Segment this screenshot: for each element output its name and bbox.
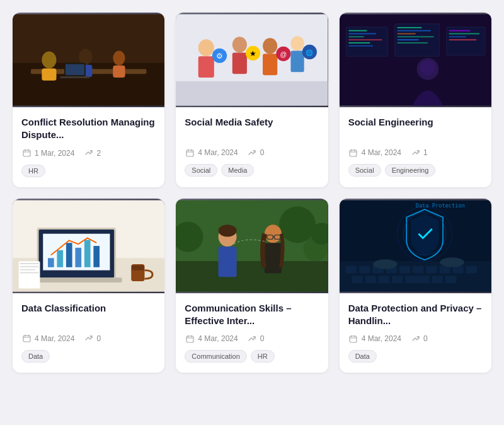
svg-rect-76	[66, 243, 72, 267]
card-tags-6: Data	[348, 350, 483, 363]
svg-rect-24	[232, 52, 247, 74]
tag: HR	[251, 350, 275, 363]
tag: Social	[348, 164, 381, 177]
card-date-5: 4 Mar, 2024	[185, 334, 238, 344]
svg-rect-88	[23, 335, 30, 342]
card-3[interactable]: Social Engineering 4 Mar, 2024 1 SocialE…	[340, 13, 491, 187]
svg-rect-65	[350, 150, 357, 156]
svg-rect-136	[350, 336, 357, 342]
svg-rect-77	[75, 247, 81, 267]
svg-rect-86	[20, 269, 35, 270]
card-date-3: 4 Mar, 2024	[348, 148, 401, 158]
card-date-6: 4 Mar, 2024	[348, 334, 401, 344]
calendar-icon	[21, 148, 32, 158]
trend-icon	[410, 148, 420, 158]
tag: Engineering	[385, 164, 436, 177]
card-body-2: Social Media Safety 4 Mar, 2024 0 Social…	[176, 107, 328, 187]
trend-value: 0	[96, 334, 101, 343]
card-trend-6: 0	[410, 334, 428, 344]
svg-rect-64	[340, 15, 491, 106]
trend-icon	[410, 334, 420, 344]
card-meta-5: 4 Mar, 2024 0	[185, 334, 319, 344]
card-6[interactable]: Data Protection Data Protection and Priv…	[340, 199, 491, 373]
card-title-4: Data Classification	[21, 302, 156, 327]
card-trend-4: 0	[83, 334, 101, 344]
card-date-2: 4 Mar, 2024	[185, 148, 238, 158]
svg-rect-74	[48, 258, 54, 267]
tag: Social	[185, 164, 217, 177]
date-text: 1 Mar, 2024	[35, 149, 74, 158]
trend-value: 2	[96, 149, 101, 158]
card-body-5: Communication Skills – Effective Inter..…	[176, 293, 328, 373]
svg-rect-106	[176, 200, 328, 291]
card-grid: Conflict Resolution Managing Dispute... …	[13, 13, 491, 373]
card-image-5	[176, 199, 328, 293]
card-date-4: 4 Mar, 2024	[21, 334, 74, 344]
svg-text:🌐: 🌐	[306, 49, 314, 57]
svg-rect-28	[263, 54, 277, 75]
card-tags-5: CommunicationHR	[185, 350, 319, 363]
svg-point-27	[263, 38, 277, 54]
card-image-6: Data Protection	[340, 199, 491, 293]
card-trend-5: 0	[247, 334, 265, 344]
tag: Data	[348, 350, 377, 363]
trend-icon	[83, 334, 93, 344]
date-text: 4 Mar, 2024	[198, 148, 238, 157]
card-2[interactable]: ⚙ ★ @ 🌐 Social Media Safety 4 Mar, 2024	[176, 13, 328, 187]
trend-value: 1	[423, 148, 428, 157]
card-body-3: Social Engineering 4 Mar, 2024 1 SocialE…	[340, 107, 491, 187]
card-tags-1: HR	[21, 165, 156, 177]
trend-icon	[83, 148, 93, 158]
card-title-2: Social Media Safety	[185, 116, 319, 141]
card-image-4	[13, 199, 164, 293]
svg-rect-79	[93, 246, 100, 267]
svg-rect-87	[20, 272, 39, 273]
card-image-3	[340, 13, 491, 107]
card-title-6: Data Protection and Privacy – Handlin...	[348, 302, 483, 328]
svg-point-23	[232, 37, 247, 52]
card-4[interactable]: Data Classification 4 Mar, 2024 0 Data	[13, 199, 164, 373]
tag: Media	[221, 164, 254, 177]
card-image-1	[13, 13, 164, 107]
trend-value: 0	[260, 148, 265, 157]
date-text: 4 Mar, 2024	[362, 334, 401, 343]
card-meta-6: 4 Mar, 2024 0	[348, 334, 483, 344]
calendar-icon	[185, 148, 195, 158]
card-tags-2: SocialMedia	[185, 164, 319, 177]
svg-rect-75	[57, 250, 63, 267]
calendar-icon	[348, 334, 358, 344]
tag: HR	[21, 165, 45, 177]
card-meta-3: 4 Mar, 2024 1	[348, 148, 483, 158]
trend-value: 0	[423, 334, 428, 343]
svg-rect-35	[186, 150, 193, 156]
card-5[interactable]: Communication Skills – Effective Inter..…	[176, 199, 328, 373]
svg-text:@: @	[280, 50, 287, 58]
svg-rect-82	[132, 265, 144, 270]
svg-point-19	[198, 39, 214, 56]
svg-rect-18	[176, 81, 328, 106]
card-trend-3: 1	[410, 148, 428, 158]
svg-rect-12	[13, 15, 164, 106]
calendar-icon	[21, 334, 32, 344]
trend-value: 0	[260, 334, 265, 343]
card-title-1: Conflict Resolution Managing Dispute...	[21, 116, 156, 142]
svg-rect-32	[291, 51, 304, 73]
calendar-icon	[348, 148, 358, 158]
svg-point-31	[291, 36, 304, 50]
card-title-5: Communication Skills – Effective Inter..…	[185, 302, 319, 328]
date-text: 4 Mar, 2024	[35, 334, 74, 343]
svg-text:★: ★	[249, 50, 256, 57]
card-meta-2: 4 Mar, 2024 0	[185, 148, 319, 158]
card-trend-2: 0	[247, 148, 265, 158]
trend-icon	[247, 148, 257, 158]
svg-rect-83	[19, 261, 40, 288]
date-text: 4 Mar, 2024	[198, 334, 238, 343]
svg-rect-13	[23, 150, 30, 156]
card-1[interactable]: Conflict Resolution Managing Dispute... …	[13, 13, 164, 187]
svg-rect-78	[84, 240, 91, 267]
date-text: 4 Mar, 2024	[362, 148, 401, 157]
svg-rect-80	[31, 277, 122, 282]
card-meta-1: 1 Mar, 2024 2	[21, 148, 156, 158]
svg-rect-107	[186, 336, 193, 342]
card-image-2: ⚙ ★ @ 🌐	[176, 13, 328, 107]
